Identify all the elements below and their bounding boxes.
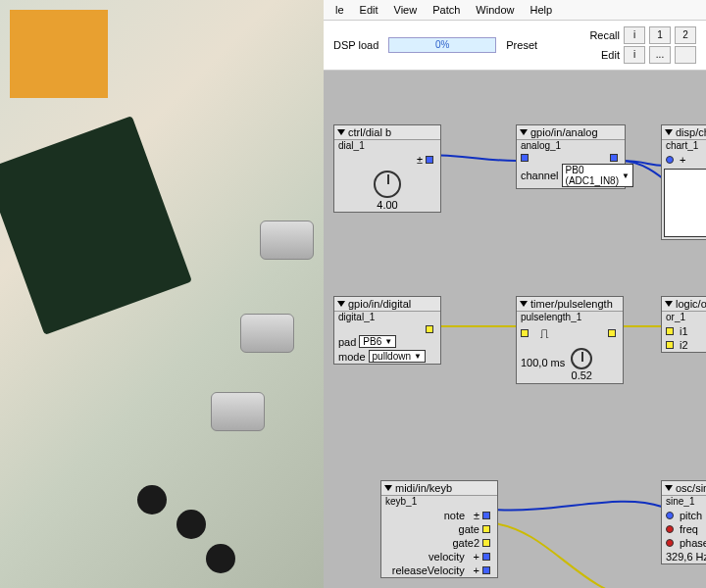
preset-label: Preset [506,39,537,51]
gate2-label: gate2 [452,537,479,549]
recall-i-button[interactable]: i [624,26,645,44]
i2-label: i2 [680,339,688,351]
pitch-label: pitch [680,510,702,521]
inlet-phase[interactable] [666,539,674,547]
plus-label: + [680,154,685,166]
node-name: or_1 [662,312,706,324]
outlet-note[interactable] [482,512,490,519]
patch-canvas[interactable]: ctrl/dial b dial_1 ± 4.00 gpio/in/analog… [324,71,706,588]
inlet-freq[interactable] [666,525,674,533]
velocity-label: velocity [429,551,465,563]
node-name: pulselength_1 [517,312,623,324]
node-digital[interactable]: gpio/in/digital digital_1 padPB6 modepul… [333,296,441,365]
collapse-icon[interactable] [665,129,673,135]
node-name: chart_1 [662,140,706,153]
pad-label: pad [338,336,356,348]
recall-1-button[interactable]: 1 [649,26,671,44]
node-chart[interactable]: disp/chart p chart_1 + [661,124,706,240]
edit-dots-button[interactable]: ... [649,46,671,64]
node-pulselength[interactable]: timer/pulselength pulselength_1 ⎍ 100,0 … [516,296,624,384]
menu-view[interactable]: View [388,2,424,18]
node-type: osc/sine [676,482,706,494]
pulse-time: 100,0 ms [521,357,565,368]
collapse-icon[interactable] [665,301,673,307]
channel-select[interactable]: PB0 (ADC1_IN8) [562,164,633,187]
recall-2-button[interactable]: 2 [675,26,696,44]
outlet-gate2[interactable] [482,539,490,547]
inlet-pitch[interactable] [666,512,674,519]
menu-help[interactable]: Help [524,2,558,18]
edit-blank-button[interactable] [675,46,696,64]
pulse-icon: ⎍ [540,325,548,341]
node-type: gpio/in/analog [530,126,598,138]
port-sign: ± [417,154,423,166]
mode-select[interactable]: pulldown [369,350,426,363]
plus: + [474,564,479,576]
node-osc-sine[interactable]: osc/sine sine_1 pitch freq phase 329,6 H… [661,480,706,564]
pulse-dial[interactable] [571,348,592,369]
outlet-value[interactable] [426,156,433,164]
menu-patch[interactable]: Patch [427,2,466,18]
menu-window[interactable]: Window [470,2,520,18]
inlet[interactable] [666,156,674,164]
outlet[interactable] [426,325,433,333]
pulse-dial-value: 0.52 [571,369,592,381]
outlet[interactable] [610,154,618,162]
collapse-icon[interactable] [337,301,345,307]
node-type: gpio/in/digital [348,298,411,310]
sine-value: 329,6 Hz [666,551,706,563]
node-type: disp/chart p [676,126,706,138]
node-type: timer/pulselength [530,298,613,310]
edit-i-button[interactable]: i [624,46,645,64]
node-name: analog_1 [517,140,625,153]
node-analog[interactable]: gpio/in/analog analog_1 channelPB0 (ADC1… [516,124,626,189]
collapse-icon[interactable] [520,301,528,307]
inlet[interactable] [521,154,529,162]
sign: ± [474,510,479,521]
toolbar: DSP load 0% Preset Recall i 1 2 Edit i .… [324,21,706,71]
inlet[interactable] [521,329,529,337]
chart-display [664,169,706,237]
node-logic-or[interactable]: logic/or 2 or_1 i1 i2 [661,296,706,353]
node-name: sine_1 [662,496,706,509]
node-type: logic/or 2 [676,298,706,310]
dial-value: 4.00 [377,199,397,211]
phase-label: phase [680,537,706,549]
inlet-i2[interactable] [666,341,674,349]
patcher-app: le Edit View Patch Window Help DSP load … [324,0,706,588]
hardware-photo [0,0,324,588]
plus: + [474,551,479,563]
menu-file[interactable]: le [329,2,350,18]
outlet-gate[interactable] [482,525,490,533]
edit-label: Edit [601,49,620,61]
note-label: note [444,510,465,521]
node-name: keyb_1 [381,496,497,509]
mode-label: mode [338,351,366,363]
i1-label: i1 [680,325,688,337]
node-midi-keyb[interactable]: midi/in/keyb keyb_1 note ± gate gate2 ve… [380,480,498,578]
node-dial[interactable]: ctrl/dial b dial_1 ± 4.00 [333,124,441,213]
node-name: dial_1 [334,140,440,153]
channel-label: channel [521,170,559,181]
node-type: midi/in/keyb [395,482,452,494]
collapse-icon[interactable] [665,485,673,491]
menu-edit[interactable]: Edit [354,2,384,18]
menubar: le Edit View Patch Window Help [324,0,706,21]
dsp-load-meter: 0% [388,37,496,53]
outlet[interactable] [608,329,616,337]
dial-knob[interactable] [374,171,401,198]
freq-label: freq [680,523,698,535]
dsp-load-label: DSP load [333,39,378,51]
collapse-icon[interactable] [337,129,345,135]
pad-select[interactable]: PB6 [359,335,396,348]
release-label: releaseVelocity [392,564,465,576]
outlet-release[interactable] [482,566,490,574]
gate-label: gate [459,523,479,535]
collapse-icon[interactable] [520,129,528,135]
outlet-velocity[interactable] [482,553,490,561]
collapse-icon[interactable] [384,485,392,491]
node-name: digital_1 [334,312,440,324]
recall-label: Recall [589,29,620,41]
node-type: ctrl/dial b [348,126,391,138]
inlet-i1[interactable] [666,327,674,335]
